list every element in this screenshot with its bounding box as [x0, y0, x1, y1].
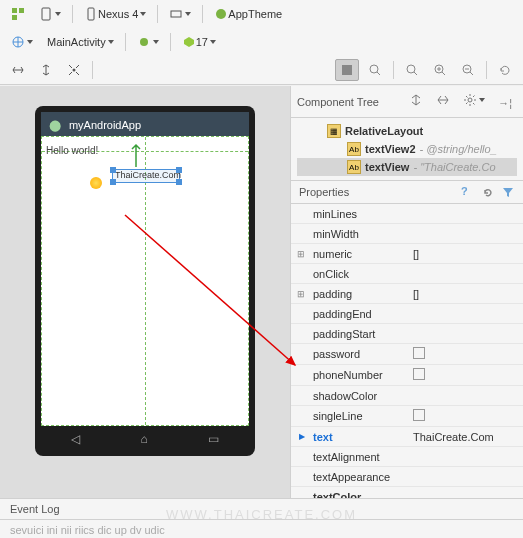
property-value[interactable] [413, 368, 517, 382]
selected-textview[interactable]: ThaiCreate.Com [112, 169, 180, 183]
refresh-button[interactable] [493, 59, 517, 81]
hint-bulb-icon[interactable] [90, 177, 102, 189]
toolbar-row-1: Nexus 4 AppTheme [0, 0, 523, 28]
textview-icon: Ab [347, 142, 361, 156]
textview-icon: Ab [347, 160, 361, 174]
selected-text-content: ThaiCreate.Com [115, 170, 181, 180]
svg-point-6 [216, 9, 226, 19]
status-text: sevuici ini nii riics dic up dv udic [0, 520, 523, 538]
zoom-mode-button[interactable] [335, 59, 359, 81]
checkbox[interactable] [413, 368, 425, 380]
expand-button[interactable] [62, 59, 86, 81]
tree-item[interactable]: AbtextView- "ThaiCreate.Co [297, 158, 517, 176]
toggle-width-button[interactable] [6, 59, 30, 81]
property-value[interactable]: [] [413, 288, 517, 300]
textview2-preview[interactable]: Hello world! [46, 145, 98, 156]
nav-recent-icon[interactable]: ▭ [208, 432, 219, 446]
bottom-bar: Event Log sevuici ini nii riics dic up d… [0, 498, 523, 538]
app-icon: ⬤ [49, 119, 61, 131]
property-row[interactable]: singleLine [291, 406, 523, 427]
expand-horiz-button[interactable] [431, 89, 455, 111]
property-marker-icon: ▶ [299, 432, 305, 441]
device-nav-bar: ◁ ⌂ ▭ [41, 428, 249, 450]
property-row[interactable]: phoneNumber [291, 365, 523, 386]
toggle-height-button[interactable] [34, 59, 58, 81]
orientation-button[interactable] [34, 3, 66, 25]
svg-rect-1 [19, 8, 24, 13]
app-title: myAndroidApp [69, 119, 141, 131]
layout-icon: ▦ [327, 124, 341, 138]
property-value[interactable] [413, 347, 517, 361]
theme-selector[interactable]: AppTheme [209, 3, 287, 25]
component-tree[interactable]: ▦RelativeLayoutAbtextView2- @string/hell… [291, 118, 523, 181]
property-value[interactable] [413, 409, 517, 423]
toolbar-row-3 [0, 56, 523, 84]
property-row[interactable]: padding[] [291, 284, 523, 304]
gear-button[interactable] [458, 89, 490, 111]
component-tree-title: Component Tree [297, 96, 379, 108]
svg-point-8 [140, 38, 148, 46]
theme-label: AppTheme [228, 8, 282, 20]
property-value[interactable]: ThaiCreate.Com [413, 431, 517, 443]
tree-item-value: - @string/hello_ [420, 143, 497, 155]
config-button[interactable] [164, 3, 196, 25]
property-name: singleLine [313, 410, 413, 422]
checkbox[interactable] [413, 409, 425, 421]
design-surface[interactable]: ⬤ myAndroidApp Hello world! ThaiCreate.C… [0, 86, 290, 498]
property-row[interactable]: numeric[] [291, 244, 523, 264]
locale-button[interactable] [6, 31, 38, 53]
top-toolbar: Nexus 4 AppTheme MainActivity 17 [0, 0, 523, 85]
zoom-out-button[interactable] [456, 59, 480, 81]
api-selector[interactable]: 17 [177, 31, 221, 53]
app-title-bar: ⬤ myAndroidApp [41, 112, 249, 136]
checkbox[interactable] [413, 347, 425, 359]
svg-point-9 [73, 69, 76, 72]
svg-point-11 [370, 65, 378, 73]
toolbar-row-2: MainActivity 17 [0, 28, 523, 56]
property-value[interactable]: [] [413, 248, 517, 260]
property-row[interactable]: password [291, 344, 523, 365]
property-row[interactable]: shadowColor [291, 386, 523, 406]
property-row[interactable]: textAppearance [291, 467, 523, 487]
property-name: text [313, 431, 413, 443]
property-row[interactable]: minLines [291, 204, 523, 224]
property-name: paddingStart [313, 328, 413, 340]
property-row[interactable]: textAlignment [291, 447, 523, 467]
property-name: minWidth [313, 228, 413, 240]
help-icon[interactable]: ? [461, 185, 475, 199]
right-panel: Component Tree →¦ ▦RelativeLayoutAbtextV… [290, 86, 523, 498]
property-row[interactable]: paddingEnd [291, 304, 523, 324]
nav-home-icon[interactable]: ⌂ [140, 432, 147, 446]
device-screen[interactable]: Hello world! ThaiCreate.Com [41, 136, 249, 426]
palette-button[interactable] [6, 3, 30, 25]
properties-title: Properties [299, 186, 349, 198]
property-row[interactable]: minWidth [291, 224, 523, 244]
activity-label: MainActivity [47, 36, 106, 48]
property-name: phoneNumber [313, 369, 413, 381]
expand-vert-button[interactable] [404, 89, 428, 111]
restore-icon[interactable] [481, 185, 495, 199]
component-tree-actions: →¦ [404, 89, 517, 114]
zoom-actual-button[interactable] [400, 59, 424, 81]
activity-selector[interactable]: MainActivity [42, 31, 119, 53]
zoom-fit-button[interactable] [363, 59, 387, 81]
property-row[interactable]: paddingStart [291, 324, 523, 344]
tree-item[interactable]: AbtextView2- @string/hello_ [297, 140, 517, 158]
variant-button[interactable] [132, 31, 164, 53]
event-log-tab[interactable]: Event Log [0, 499, 523, 520]
properties-list[interactable]: minLinesminWidthnumeric[]onClickpadding[… [291, 204, 523, 498]
constraint-arrow-icon [128, 141, 144, 169]
collapse-button[interactable]: →¦ [493, 92, 517, 114]
property-row[interactable]: textColor [291, 487, 523, 498]
filter-icon[interactable] [501, 185, 515, 199]
property-row[interactable]: ▶textThaiCreate.Com [291, 427, 523, 447]
device-selector[interactable]: Nexus 4 [79, 3, 151, 25]
property-row[interactable]: onClick [291, 264, 523, 284]
property-name: padding [313, 288, 413, 300]
property-name: textColor [313, 491, 413, 499]
zoom-in-button[interactable] [428, 59, 452, 81]
svg-point-15 [468, 98, 472, 102]
nav-back-icon[interactable]: ◁ [71, 432, 80, 446]
tree-item[interactable]: ▦RelativeLayout [297, 122, 517, 140]
property-name: textAppearance [313, 471, 413, 483]
